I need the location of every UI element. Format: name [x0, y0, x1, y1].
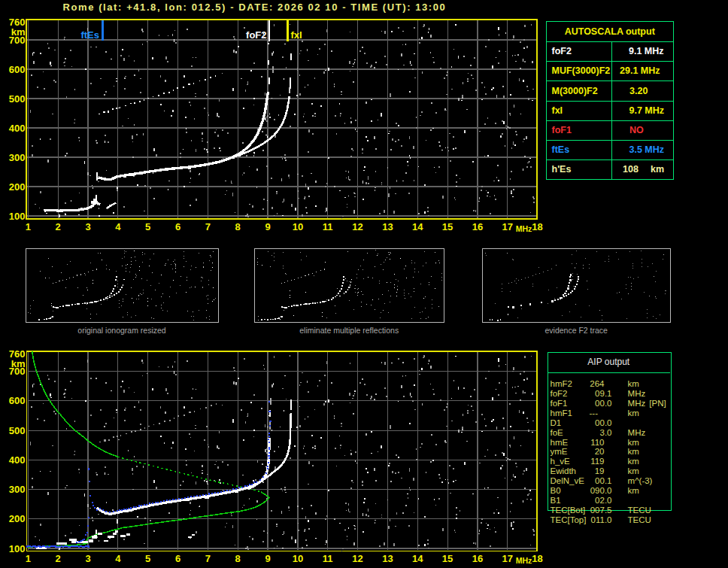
svg-text:3: 3: [85, 553, 90, 564]
svg-text:12: 12: [352, 221, 362, 232]
svg-text:400: 400: [9, 454, 26, 466]
svg-text:18: 18: [532, 221, 542, 232]
svg-text:15: 15: [442, 221, 453, 232]
svg-text:500: 500: [9, 93, 26, 105]
svg-text:600: 600: [9, 395, 26, 406]
svg-text:4: 4: [115, 221, 121, 232]
svg-text:100: 100: [9, 211, 26, 222]
svg-text:8: 8: [235, 553, 241, 564]
svg-text:200: 200: [9, 513, 26, 524]
svg-text:ftEs: ftEs: [80, 29, 99, 41]
svg-text:700: 700: [9, 35, 26, 46]
svg-text:7: 7: [205, 221, 211, 232]
svg-text:200: 200: [9, 181, 26, 193]
svg-text:4: 4: [115, 553, 121, 564]
svg-text:17: 17: [502, 221, 512, 232]
svg-text:1: 1: [26, 221, 31, 232]
svg-text:10: 10: [293, 221, 303, 232]
svg-text:6: 6: [175, 221, 180, 232]
svg-text:evidence F2 trace: evidence F2 trace: [544, 326, 608, 335]
svg-text:2: 2: [55, 553, 60, 564]
svg-text:700: 700: [9, 366, 26, 377]
svg-text:9: 9: [265, 553, 270, 564]
svg-text:100: 100: [9, 543, 26, 554]
svg-text:14: 14: [412, 221, 423, 232]
svg-text:12: 12: [352, 553, 362, 564]
svg-text:18: 18: [532, 553, 542, 564]
svg-text:10: 10: [293, 553, 303, 564]
svg-text:13: 13: [382, 553, 393, 564]
svg-text:17: 17: [502, 553, 512, 564]
svg-text:fxI: fxI: [291, 29, 302, 41]
svg-text:8: 8: [235, 221, 241, 232]
svg-text:5: 5: [145, 553, 150, 564]
svg-text:11: 11: [323, 221, 333, 232]
svg-text:foF2: foF2: [246, 29, 266, 41]
svg-text:7: 7: [205, 553, 211, 564]
svg-text:original ionogram resized: original ionogram resized: [77, 326, 165, 335]
svg-text:1: 1: [26, 553, 31, 564]
svg-text:MHz: MHz: [516, 556, 532, 565]
svg-text:300: 300: [9, 484, 26, 495]
svg-text:600: 600: [9, 64, 26, 75]
svg-text:Rome (lat: +41.8, lon: 012.5): Rome (lat: +41.8, lon: 012.5) - DATE: 20…: [63, 2, 447, 13]
svg-text:MHz: MHz: [516, 224, 532, 233]
svg-text:13: 13: [382, 221, 393, 232]
svg-text:11: 11: [323, 553, 333, 564]
svg-text:2: 2: [55, 221, 60, 232]
svg-text:6: 6: [175, 553, 180, 564]
svg-text:300: 300: [9, 152, 26, 163]
svg-text:400: 400: [9, 123, 26, 134]
svg-text:14: 14: [412, 553, 423, 564]
svg-text:9: 9: [265, 221, 270, 232]
svg-text:16: 16: [472, 221, 483, 232]
svg-text:eliminate multiple reflections: eliminate multiple reflections: [299, 326, 399, 335]
svg-text:15: 15: [442, 553, 453, 564]
svg-text:500: 500: [9, 425, 26, 436]
svg-text:16: 16: [472, 553, 483, 564]
svg-text:5: 5: [145, 221, 150, 232]
svg-text:3: 3: [85, 221, 90, 232]
